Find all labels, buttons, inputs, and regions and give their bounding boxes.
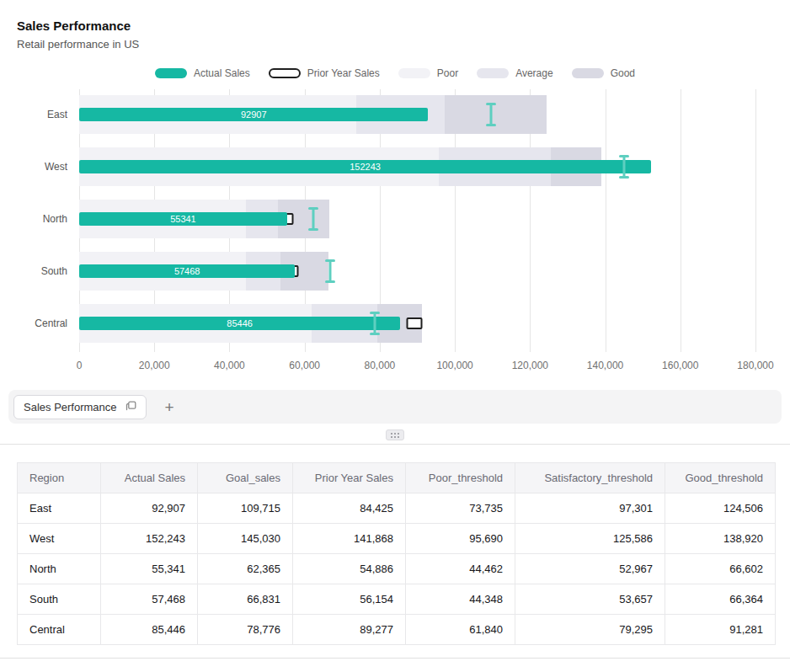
legend-label-good: Good — [611, 67, 635, 79]
cell-actual-sales[interactable]: 55,341 — [101, 554, 198, 584]
cell-satisfactory-threshold[interactable]: 53,657 — [515, 584, 665, 615]
legend-swatch-prior-year-sales — [269, 68, 301, 78]
cell-region[interactable]: West — [18, 524, 101, 554]
chart-legend: Actual SalesPrior Year SalesPoorAverageG… — [0, 67, 790, 79]
bar-value-label: 92907 — [241, 108, 267, 121]
cell-good-threshold[interactable]: 91,281 — [665, 615, 776, 645]
actual-sales-bar[interactable]: 85446 — [79, 317, 400, 330]
column-header-actual-sales: Actual Sales — [101, 463, 198, 493]
goal-target-marker — [370, 312, 380, 335]
actual-sales-bar[interactable]: 92907 — [79, 108, 428, 121]
cell-poor-threshold[interactable]: 73,735 — [406, 493, 515, 524]
cell-prior-year-sales[interactable]: 54,886 — [293, 554, 406, 584]
table-header-row: RegionActual SalesGoal_salesPrior Year S… — [18, 463, 776, 493]
cell-actual-sales[interactable]: 57,468 — [101, 584, 198, 615]
cell-poor-threshold[interactable]: 44,462 — [406, 554, 515, 584]
cell-good-threshold[interactable]: 66,364 — [665, 584, 776, 615]
category-label-central: Central — [35, 317, 67, 329]
cell-good-threshold[interactable]: 138,920 — [665, 524, 776, 554]
cell-goal-sales[interactable]: 78,776 — [198, 615, 293, 645]
bullet-chart: Actual SalesPrior Year SalesPoorAverageG… — [0, 67, 790, 375]
target-stem — [312, 209, 315, 229]
goal-target-marker — [325, 259, 335, 283]
legend-item-good[interactable]: Good — [572, 67, 635, 79]
x-axis: 020,00040,00060,00080,000100,000120,0001… — [79, 360, 755, 375]
legend-swatch-poor — [398, 68, 430, 78]
column-header-goal-sales: Goal_sales — [198, 463, 293, 493]
cell-satisfactory-threshold[interactable]: 125,586 — [515, 524, 665, 554]
x-axis-label: 60,000 — [289, 360, 320, 371]
category-label-west: West — [45, 161, 67, 173]
duplicate-icon[interactable] — [125, 401, 136, 413]
legend-item-actual-sales[interactable]: Actual Sales — [155, 67, 250, 79]
cell-region[interactable]: North — [18, 554, 101, 584]
cell-poor-threshold[interactable]: 61,840 — [406, 615, 515, 645]
table-section: RegionActual SalesGoal_salesPrior Year S… — [17, 462, 773, 645]
legend-label-average: Average — [515, 67, 552, 79]
category-label-north: North — [43, 213, 67, 225]
x-axis-label: 80,000 — [365, 360, 396, 371]
column-header-poor-threshold: Poor_threshold — [406, 463, 515, 493]
table-row: Central85,44678,77689,27761,84079,29591,… — [18, 615, 776, 645]
gridline — [606, 89, 606, 352]
cell-goal-sales[interactable]: 62,365 — [198, 554, 293, 584]
bar-value-label: 57468 — [174, 264, 200, 278]
prior-year-marker — [407, 317, 423, 329]
data-table: RegionActual SalesGoal_salesPrior Year S… — [17, 462, 776, 645]
cell-region[interactable]: South — [18, 584, 101, 615]
cell-goal-sales[interactable]: 66,831 — [198, 584, 293, 615]
splitter-handle[interactable] — [386, 429, 404, 440]
legend-swatch-average — [477, 68, 509, 78]
category-label-south: South — [41, 265, 67, 277]
splitter-line — [0, 444, 790, 445]
bottom-divider — [0, 658, 790, 659]
table-row: East92,907109,71584,42573,73597,301124,5… — [18, 493, 776, 524]
add-tab-button[interactable]: + — [157, 399, 183, 415]
legend-swatch-actual-sales — [155, 68, 187, 78]
cell-good-threshold[interactable]: 66,602 — [665, 554, 776, 584]
cell-prior-year-sales[interactable]: 89,277 — [293, 615, 406, 645]
actual-sales-bar[interactable]: 57468 — [79, 264, 295, 278]
legend-item-prior-year-sales[interactable]: Prior Year Sales — [269, 67, 380, 79]
x-axis-label: 160,000 — [662, 360, 698, 371]
x-axis-label: 120,000 — [512, 360, 548, 371]
x-axis-label: 20,000 — [139, 360, 170, 371]
page-subtitle: Retail performance in US — [17, 38, 773, 51]
cell-actual-sales[interactable]: 85,446 — [101, 615, 198, 645]
legend-swatch-good — [572, 68, 604, 78]
bar-value-label: 85446 — [227, 317, 253, 330]
legend-label-poor: Poor — [437, 67, 458, 79]
category-label-east: East — [47, 109, 67, 120]
cell-prior-year-sales[interactable]: 56,154 — [293, 584, 406, 615]
cell-satisfactory-threshold[interactable]: 52,967 — [515, 554, 665, 584]
goal-target-marker — [308, 207, 318, 231]
legend-item-poor[interactable]: Poor — [398, 67, 458, 79]
column-header-satisfactory-threshold: Satisfactory_threshold — [515, 463, 665, 493]
cell-satisfactory-threshold[interactable]: 79,295 — [515, 615, 665, 645]
x-axis-label: 40,000 — [214, 360, 245, 371]
cell-poor-threshold[interactable]: 44,348 — [406, 584, 515, 615]
goal-target-marker — [619, 155, 629, 179]
cell-goal-sales[interactable]: 145,030 — [198, 524, 293, 554]
target-stem — [329, 261, 332, 281]
cell-satisfactory-threshold[interactable]: 97,301 — [515, 493, 665, 524]
cell-prior-year-sales[interactable]: 84,425 — [293, 493, 406, 524]
cell-region[interactable]: East — [18, 493, 101, 524]
actual-sales-bar[interactable]: 152243 — [79, 160, 651, 173]
cell-actual-sales[interactable]: 92,907 — [101, 493, 198, 524]
page-title: Sales Performance — [17, 19, 773, 33]
cell-good-threshold[interactable]: 124,506 — [665, 493, 776, 524]
cell-actual-sales[interactable]: 152,243 — [101, 524, 198, 554]
cell-poor-threshold[interactable]: 95,690 — [406, 524, 515, 554]
legend-label-actual-sales: Actual Sales — [194, 67, 250, 79]
cell-region[interactable]: Central — [18, 615, 101, 645]
tab-sales-performance[interactable]: Sales Performance — [13, 395, 147, 419]
table-row: West152,243145,030141,86895,690125,58613… — [18, 524, 776, 554]
cell-goal-sales[interactable]: 109,715 — [198, 493, 293, 524]
cell-prior-year-sales[interactable]: 141,868 — [293, 524, 406, 554]
actual-sales-bar[interactable]: 55341 — [79, 212, 287, 226]
tab-bar: Sales Performance + — [8, 390, 782, 424]
tab-label: Sales Performance — [24, 401, 117, 413]
gridline — [755, 89, 756, 352]
legend-item-average[interactable]: Average — [477, 67, 552, 79]
